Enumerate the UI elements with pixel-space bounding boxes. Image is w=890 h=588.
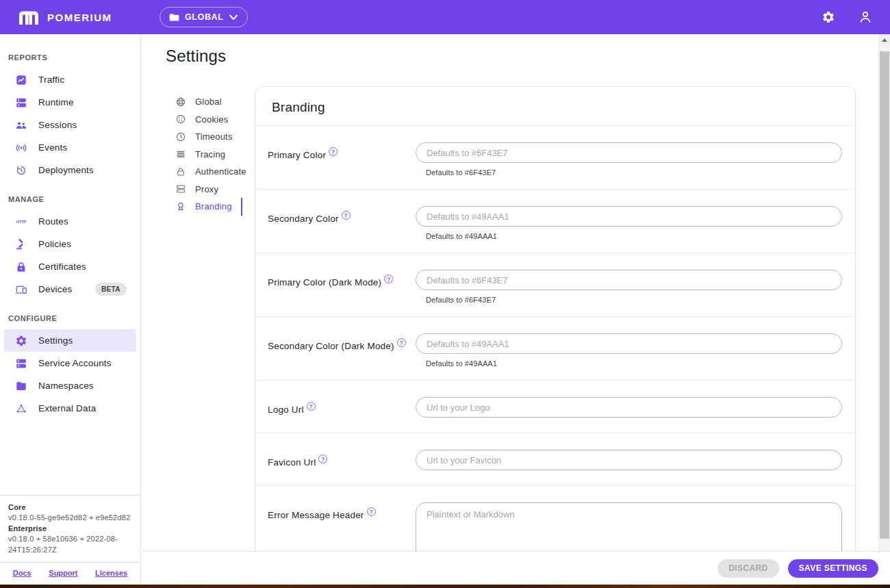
subnav-label: Timeouts <box>195 131 233 142</box>
vertical-scrollbar[interactable] <box>878 34 890 551</box>
sidebar-item-runtime[interactable]: Runtime <box>4 91 136 114</box>
sidebar-item-label: Events <box>38 142 67 153</box>
lock-outline-icon <box>175 166 186 177</box>
sidebar-item-deployments[interactable]: Deployments <box>4 159 136 181</box>
version-info: Core v0.18.0-55-ge9e52d82 + e9e52d82 Ent… <box>0 495 140 562</box>
sidebar-item-label: Service Accounts <box>38 358 112 368</box>
sidebar: REPORTS Traffic Runtime Sessions <box>0 34 141 585</box>
field-row-logo-url: Logo Url? <box>255 381 855 433</box>
sidebar-item-label: Settings <box>38 335 73 346</box>
namespace-label: GLOBAL <box>185 12 223 22</box>
help-icon[interactable]: ? <box>397 338 406 347</box>
sessions-people-icon <box>15 119 27 131</box>
card-header: Branding <box>255 87 855 126</box>
brand-name: POMERIUM <box>47 12 112 23</box>
service-accounts-server-icon <box>15 357 27 370</box>
field-label: Primary Color (Dark Mode) <box>268 277 381 287</box>
subnav-item-proxy[interactable]: Proxy <box>175 181 255 199</box>
helper-text: Defaults to #49AAA1 <box>426 359 842 368</box>
deployments-history-icon <box>15 164 27 177</box>
field-label: Primary Color <box>268 150 326 160</box>
field-label: Error Message Header <box>268 510 364 520</box>
routes-http-icon: HTTP <box>15 216 27 228</box>
sidebar-item-label: Policies <box>38 239 71 249</box>
field-label: Secondary Color (Dark Mode) <box>268 341 394 351</box>
settings-gear-icon <box>15 335 27 347</box>
subnav-label: Proxy <box>195 184 218 194</box>
subnav-item-global[interactable]: Global <box>175 93 255 111</box>
subnav-item-tracing[interactable]: Tracing <box>175 146 255 164</box>
namespace-selector[interactable]: GLOBAL <box>160 7 248 27</box>
enterprise-version-label: Enterprise <box>8 524 132 534</box>
sidebar-item-policies[interactable]: Policies <box>4 233 136 255</box>
sidebar-item-certificates[interactable]: Certificates <box>4 255 136 278</box>
chevron-down-icon <box>229 14 238 21</box>
subnav-label: Tracing <box>195 149 225 159</box>
subnav-item-branding[interactable]: Branding <box>175 198 255 216</box>
sidebar-item-settings[interactable]: Settings <box>4 329 136 352</box>
primary-color-dark-input[interactable] <box>416 270 842 290</box>
sidebar-item-namespaces[interactable]: Namespaces <box>4 374 136 397</box>
section-title-configure: CONFIGURE <box>0 301 140 329</box>
main-area: Settings Global Cookies <box>142 34 890 585</box>
cookie-icon <box>175 114 186 125</box>
help-icon[interactable]: ? <box>318 455 327 463</box>
favicon-url-input[interactable] <box>416 450 842 470</box>
sidebar-item-label: Deployments <box>38 165 94 175</box>
sidebar-item-devices[interactable]: Devices BETA <box>4 278 136 301</box>
subnav-label: Authenticate <box>195 166 246 177</box>
pomerium-console: POMERIUM GLOBAL <box>0 0 890 588</box>
error-message-header-input[interactable] <box>416 502 842 551</box>
branding-card: Branding Primary Color? Defaults to #6F4… <box>255 86 856 551</box>
licenses-link[interactable]: Licenses <box>95 569 127 577</box>
help-icon[interactable]: ? <box>367 507 376 516</box>
section-title-manage: MANAGE <box>0 181 140 210</box>
sidebar-item-label: Traffic <box>38 75 64 85</box>
support-link[interactable]: Support <box>49 569 77 577</box>
help-icon[interactable]: ? <box>307 402 316 411</box>
save-settings-button[interactable]: SAVE SETTINGS <box>788 559 878 578</box>
devices-icon <box>15 283 27 296</box>
help-icon[interactable]: ? <box>384 274 393 283</box>
helper-text: Defaults to #6F43E7 <box>426 296 842 304</box>
subnav-item-timeouts[interactable]: Timeouts <box>175 128 255 146</box>
discard-button[interactable]: DISCARD <box>717 559 778 578</box>
sidebar-item-label: Routes <box>38 216 68 227</box>
sidebar-item-events[interactable]: Events <box>4 136 136 159</box>
secondary-color-input[interactable] <box>416 206 842 227</box>
field-label: Secondary Color <box>268 214 339 224</box>
subnav-item-cookies[interactable]: Cookies <box>175 111 255 129</box>
policies-gavel-icon <box>15 238 27 251</box>
subnav-item-authenticate[interactable]: Authenticate <box>175 163 255 181</box>
helper-text: Defaults to #49AAA1 <box>426 232 842 240</box>
page-title: Settings <box>166 47 878 66</box>
help-icon[interactable]: ? <box>329 147 338 156</box>
core-version-value: v0.18.0-55-ge9e52d82 + e9e52d82 <box>8 513 132 523</box>
settings-subnav: Global Cookies Timeouts <box>166 86 255 551</box>
logo-url-input[interactable] <box>416 397 842 418</box>
subnav-label: Cookies <box>195 114 228 125</box>
user-account-icon[interactable] <box>857 9 874 25</box>
field-label: Logo Url <box>268 405 304 415</box>
certificates-lock-icon <box>15 261 27 273</box>
subnav-label: Global <box>195 97 222 107</box>
primary-color-input[interactable] <box>416 142 842 163</box>
sidebar-item-traffic[interactable]: Traffic <box>4 68 136 91</box>
core-version-label: Core <box>8 502 132 513</box>
scrollbar-thumb[interactable] <box>880 51 889 539</box>
sidebar-item-sessions[interactable]: Sessions <box>4 114 136 136</box>
secondary-color-dark-input[interactable] <box>416 333 842 354</box>
sidebar-item-external-data[interactable]: External Data <box>4 397 136 420</box>
docs-link[interactable]: Docs <box>13 569 31 577</box>
field-row-error-message-header: Error Message Header? Can contain plain … <box>255 486 855 551</box>
help-icon[interactable]: ? <box>342 211 351 220</box>
events-broadcast-icon <box>15 142 27 154</box>
sidebar-item-routes[interactable]: HTTP Routes <box>4 210 136 233</box>
field-row-secondary-color: Secondary Color? Defaults to #49AAA1 <box>255 190 855 253</box>
sidebar-item-service-accounts[interactable]: Service Accounts <box>4 352 136 374</box>
svg-text:HTTP: HTTP <box>16 220 27 224</box>
admin-settings-gear-icon[interactable] <box>820 9 837 25</box>
settings-page: Settings Global Cookies <box>142 34 878 551</box>
scroll-up-arrow-icon[interactable] <box>879 34 890 46</box>
pomerium-logo-icon <box>16 8 41 26</box>
